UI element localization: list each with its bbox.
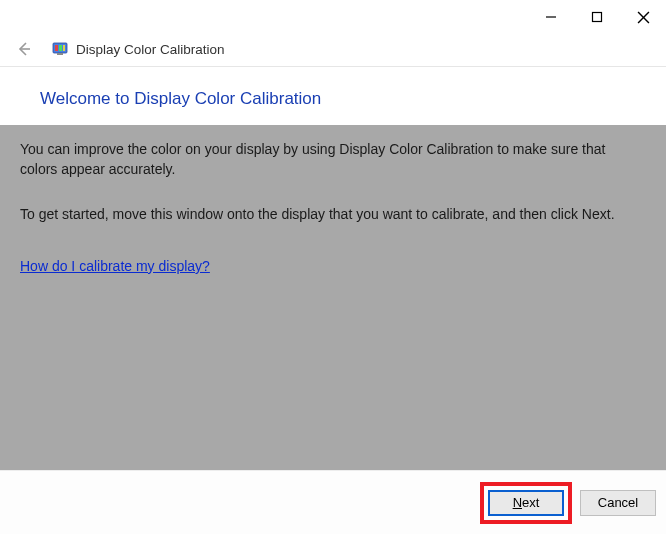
back-arrow-icon[interactable] (14, 39, 34, 59)
footer-bar: Next Cancel (0, 470, 666, 534)
svg-rect-8 (63, 45, 65, 51)
svg-rect-6 (55, 45, 58, 51)
page-heading: Welcome to Display Color Calibration (40, 89, 656, 109)
svg-rect-9 (57, 53, 63, 55)
close-button[interactable] (620, 2, 666, 32)
next-button-highlight: Next (480, 482, 572, 524)
app-icon (52, 41, 68, 57)
heading-area: Welcome to Display Color Calibration (0, 67, 666, 125)
minimize-button[interactable] (528, 2, 574, 32)
header-bar: Display Color Calibration (0, 32, 666, 67)
maximize-button[interactable] (574, 2, 620, 32)
next-mnemonic: N (513, 495, 522, 510)
next-label-rest: ext (522, 495, 539, 510)
help-link[interactable]: How do I calibrate my display? (20, 256, 210, 276)
next-button[interactable]: Next (488, 490, 564, 516)
calibration-wizard-window: Display Color Calibration Welcome to Dis… (0, 0, 666, 534)
intro-text-2: To get started, move this window onto th… (20, 204, 646, 224)
svg-rect-7 (59, 45, 62, 51)
titlebar (0, 0, 666, 32)
intro-text-1: You can improve the color on your displa… (20, 139, 646, 180)
svg-rect-1 (593, 13, 602, 22)
content-area: You can improve the color on your displa… (0, 125, 666, 470)
app-title: Display Color Calibration (76, 42, 225, 57)
cancel-button[interactable]: Cancel (580, 490, 656, 516)
